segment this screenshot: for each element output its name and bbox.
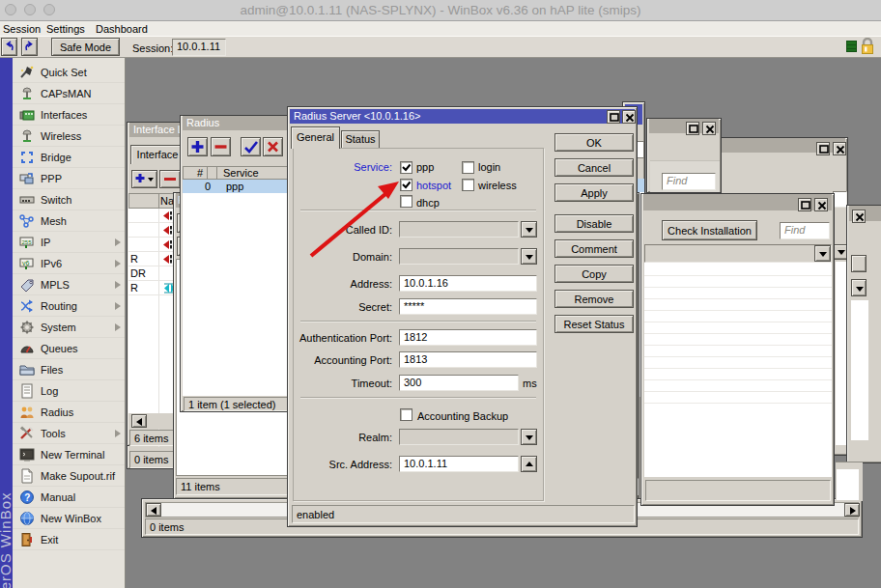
svg-text:?: ?: [24, 492, 30, 503]
svg-text:v6: v6: [22, 260, 30, 266]
svg-text:255: 255: [22, 239, 33, 245]
